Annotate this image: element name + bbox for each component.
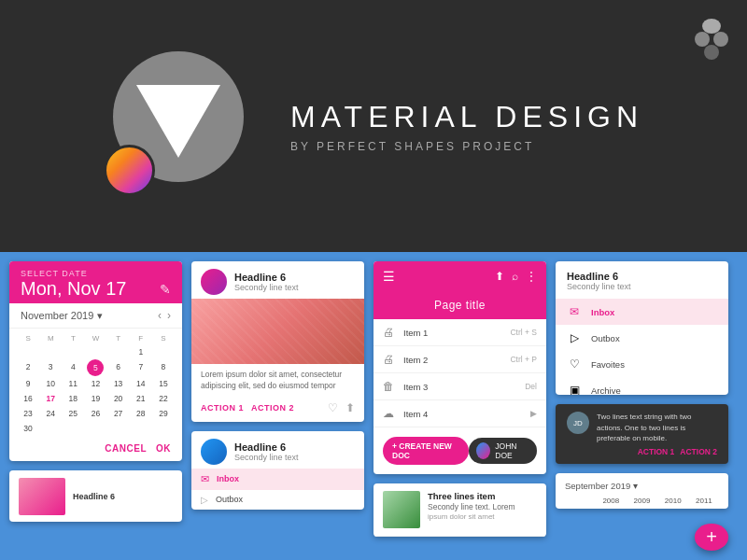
list-item-1-shortcut: Ctrl + S	[510, 328, 537, 337]
mini-cal-grid: 2008 2009 2010 2011	[565, 495, 719, 507]
header-text: MATERIAL DESIGN BY PERFECT SHAPES PROJEC…	[290, 100, 643, 153]
article-card-1: Headline 6 Secondy line text Lorem ipsum…	[191, 261, 364, 422]
nav-favorites-icon: ♡	[567, 357, 582, 371]
cal-cancel-btn[interactable]: CANCEL	[105, 443, 147, 454]
list-item-4-icon: ☁	[383, 407, 396, 420]
nav-drawer: Headline 6 Secondy line text ✉ Inbox ▷ O…	[556, 261, 728, 395]
small-card-text: Headline 6	[73, 492, 115, 501]
cal-edit-icon[interactable]: ✎	[160, 282, 171, 297]
column-2: Headline 6 Secondy line text Lorem ipsum…	[191, 261, 364, 551]
list-item-4-label: Item 4	[403, 409, 428, 419]
svg-point-0	[702, 19, 721, 34]
nav-item-inbox[interactable]: ✉ Inbox	[556, 299, 728, 325]
list-item-3[interactable]: 🗑 Item 3 Del	[374, 373, 546, 400]
nav-item-outbox[interactable]: ▷ Outbox	[556, 325, 728, 351]
nav-drawer-subtitle: Secondy line text	[567, 282, 717, 291]
column-3: ☰ ⬆ ⌕ ⋮ Page title 🖨 Item 1 Ctrl + S	[374, 261, 546, 551]
list-item-4[interactable]: ☁ Item 4 ▶	[374, 400, 546, 427]
nav-inbox-icon: ✉	[567, 305, 582, 318]
article-1-like-icon[interactable]: ♡	[328, 401, 338, 414]
list-item-3-label: Item 3	[403, 382, 428, 392]
cal-ok-btn[interactable]: OK	[156, 443, 171, 454]
cal-grid: S M T W T F S 1	[9, 329, 182, 440]
cal-actions: CANCEL OK	[9, 440, 182, 461]
nav-outbox-label: Outbox	[591, 333, 620, 343]
cal-month-text: November 2019 ▾	[21, 310, 103, 322]
cal-highlighted-day[interactable]: 17	[39, 391, 62, 406]
list-3text: Three lines item Secondy line text. Lore…	[428, 491, 515, 528]
fab-circle-btn[interactable]: +	[695, 524, 728, 551]
header-logo: MATERIAL DESIGN BY PERFECT SHAPES PROJEC…	[104, 51, 643, 201]
figma-icon	[695, 19, 728, 63]
nav-item-favorites[interactable]: ♡ Favoites	[556, 351, 728, 377]
fab-area: + CREATE NEW DOC JOHN DOE	[374, 427, 546, 474]
nav-drawer-title: Headline 6	[567, 271, 717, 282]
article-1-avatar	[201, 269, 227, 295]
page-title: Page title	[383, 299, 537, 312]
cal-days-header: S M T W T F S	[17, 332, 175, 344]
three-lines-card: Three lines item Secondy line text. Lore…	[374, 483, 546, 537]
snackbar-action1[interactable]: ACTION 1	[638, 447, 675, 456]
article-1-body: Lorem ipsum dolor sit amet, consectetur …	[191, 364, 364, 398]
menu-icon[interactable]: ☰	[383, 269, 395, 284]
cal-today[interactable]: 5	[87, 359, 104, 376]
small-card-thumbnail	[19, 478, 65, 515]
header-title: MATERIAL DESIGN	[290, 100, 643, 134]
cal-select-date-label: SELECT DATE	[21, 269, 171, 278]
cal-next-btn[interactable]: ›	[167, 309, 171, 322]
svg-point-2	[713, 32, 728, 47]
logo-triangle	[136, 85, 220, 158]
article-1-text: Lorem ipsum dolor sit amet, consectetur …	[201, 370, 355, 392]
list-item-1[interactable]: 🖨 Item 1 Ctrl + S	[374, 319, 546, 346]
three-lines-item[interactable]: Three lines item Secondy line text. Lore…	[374, 483, 546, 537]
cal-nav: ‹ ›	[158, 309, 171, 322]
snackbar: JD Two lines text string with two action…	[556, 404, 728, 464]
user-chip-name: JOHN DOE	[495, 441, 529, 460]
list-item-1-icon: 🖨	[383, 326, 396, 339]
list-item-4-shortcut: ▶	[530, 409, 537, 418]
list-item-3-icon: 🗑	[383, 380, 396, 393]
appbar-actions: ⬆ ⌕ ⋮	[495, 270, 537, 283]
article-1-share-icon[interactable]: ⬆	[345, 401, 355, 414]
inbox-card-header: Headline 6 Secondy line text	[191, 431, 364, 469]
list-item-1-label: Item 1	[403, 328, 428, 338]
column-4: Headline 6 Secondy line text ✉ Inbox ▷ O…	[556, 261, 728, 551]
app-bar: ☰ ⬆ ⌕ ⋮	[374, 261, 546, 291]
share-icon[interactable]: ⬆	[495, 270, 504, 283]
list-item-2[interactable]: 🖨 Item 2 Ctrl + P	[374, 346, 546, 373]
mini-cal-month: September 2019 ▾	[565, 481, 638, 491]
logo-graphic	[104, 51, 253, 201]
list-item-2-shortcut: Ctrl + P	[510, 355, 537, 364]
nav-archive-icon: ▣	[567, 384, 582, 395]
nav-item-archive[interactable]: ▣ Archive	[556, 377, 728, 395]
android-icon	[104, 145, 155, 196]
article-1-action2[interactable]: ACTION 2	[251, 403, 294, 413]
article-1-action1[interactable]: ACTION 1	[201, 403, 244, 413]
snackbar-text: Two lines text string with two actions. …	[597, 412, 717, 443]
cal-selected-date: Mon, Nov 17	[21, 278, 126, 300]
mini-cal-header: September 2019 ▾	[565, 481, 719, 491]
header-section: MATERIAL DESIGN BY PERFECT SHAPES PROJEC…	[0, 0, 747, 252]
list-item-2-icon: 🖨	[383, 353, 396, 366]
inbox-avatar	[201, 439, 227, 465]
svg-point-3	[704, 45, 719, 60]
column-1: SELECT DATE Mon, Nov 17 ✎ November 2019 …	[9, 261, 182, 551]
inbox-item-outbox[interactable]: ▷ Outbox	[191, 490, 364, 510]
snackbar-action2[interactable]: ACTION 2	[680, 447, 717, 456]
more-icon[interactable]: ⋮	[526, 270, 537, 283]
article-card-1-header: Headline 6 Secondy line text	[191, 261, 364, 299]
create-doc-fab[interactable]: + CREATE NEW DOC	[383, 437, 469, 465]
inbox-item-inbox[interactable]: ✉ Inbox	[191, 469, 364, 490]
cal-prev-btn[interactable]: ‹	[158, 309, 162, 322]
outbox-label: Outbox	[216, 495, 243, 504]
svg-point-1	[695, 32, 710, 47]
small-card-col1: Headline 6	[9, 470, 182, 522]
inbox-item-icon: ✉	[201, 473, 209, 485]
nav-archive-label: Archive	[591, 385, 621, 396]
list-item-3-shortcut: Del	[525, 382, 537, 391]
user-chip-avatar	[476, 442, 490, 459]
inbox-item-label: Inbox	[217, 474, 239, 483]
list-3sub: Secondy line text. Lorem	[428, 502, 515, 511]
nav-inbox-label: Inbox	[591, 307, 614, 317]
search-icon[interactable]: ⌕	[512, 270, 518, 283]
